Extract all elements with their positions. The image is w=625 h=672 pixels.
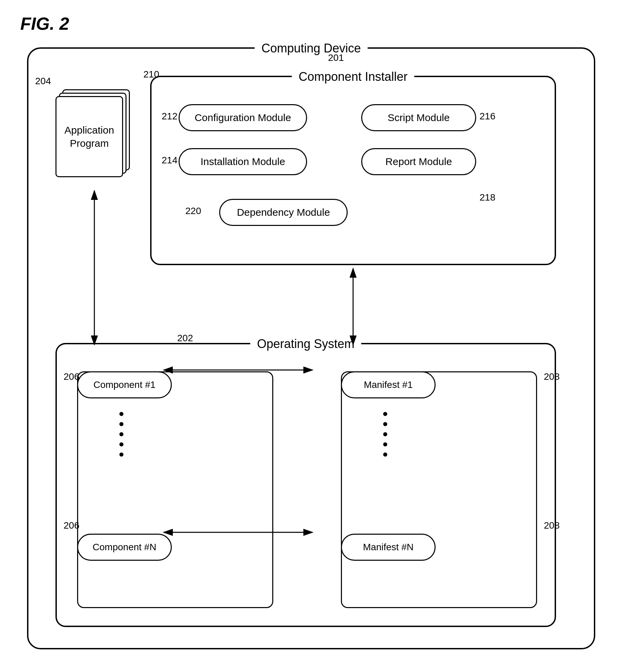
dot bbox=[383, 432, 387, 436]
component1-pill: Component #1 bbox=[77, 371, 172, 398]
dot bbox=[119, 442, 123, 446]
component-installer-label: Component Installer bbox=[292, 70, 414, 84]
application-program-box: ApplicationProgram bbox=[55, 96, 123, 177]
application-program-label: ApplicationProgram bbox=[65, 123, 114, 150]
dots-right bbox=[383, 412, 387, 457]
installation-module-pill: Installation Module bbox=[179, 148, 307, 175]
componentN-pill: Component #N bbox=[77, 534, 172, 561]
dot bbox=[119, 453, 123, 457]
operating-system-box: Operating System 206 208 206 208 Compone… bbox=[55, 343, 556, 627]
ref-220: 220 bbox=[185, 206, 201, 216]
os-inner-right-box bbox=[341, 371, 537, 608]
script-module-pill: Script Module bbox=[361, 104, 476, 131]
ref-208-top: 208 bbox=[544, 371, 560, 382]
ref-214: 214 bbox=[162, 155, 178, 166]
component-installer-box: Component Installer 212 216 214 218 220 … bbox=[150, 76, 556, 265]
dot bbox=[383, 453, 387, 457]
ref-212: 212 bbox=[162, 111, 178, 122]
dot bbox=[119, 432, 123, 436]
dots-left bbox=[119, 412, 123, 457]
config-module-pill: Configuration Module bbox=[179, 104, 307, 131]
operating-system-label: Operating System bbox=[250, 337, 361, 351]
os-inner-left-box bbox=[77, 371, 273, 608]
dot bbox=[383, 412, 387, 416]
ref-216: 216 bbox=[480, 111, 495, 122]
ref-202: 202 bbox=[177, 333, 193, 344]
computing-device-label: Computing Device bbox=[255, 41, 368, 55]
ref-204: 204 bbox=[35, 76, 51, 87]
computing-device-box: Computing Device Component Installer 212… bbox=[27, 47, 595, 649]
ref-218: 218 bbox=[480, 192, 495, 203]
application-program-stack: ApplicationProgram bbox=[55, 89, 130, 184]
dot bbox=[383, 442, 387, 446]
dot bbox=[383, 422, 387, 426]
manifestN-pill: Manifest #N bbox=[341, 534, 436, 561]
dot bbox=[119, 412, 123, 416]
report-module-pill: Report Module bbox=[361, 148, 476, 175]
dot bbox=[119, 422, 123, 426]
ref-208-bot: 208 bbox=[544, 520, 560, 531]
figure-label: FIG. 2 bbox=[20, 14, 69, 34]
ref-210: 210 bbox=[143, 69, 159, 80]
ref-201: 201 bbox=[328, 52, 344, 63]
manifest1-pill: Manifest #1 bbox=[341, 371, 436, 398]
dependency-module-pill: Dependency Module bbox=[219, 199, 348, 226]
